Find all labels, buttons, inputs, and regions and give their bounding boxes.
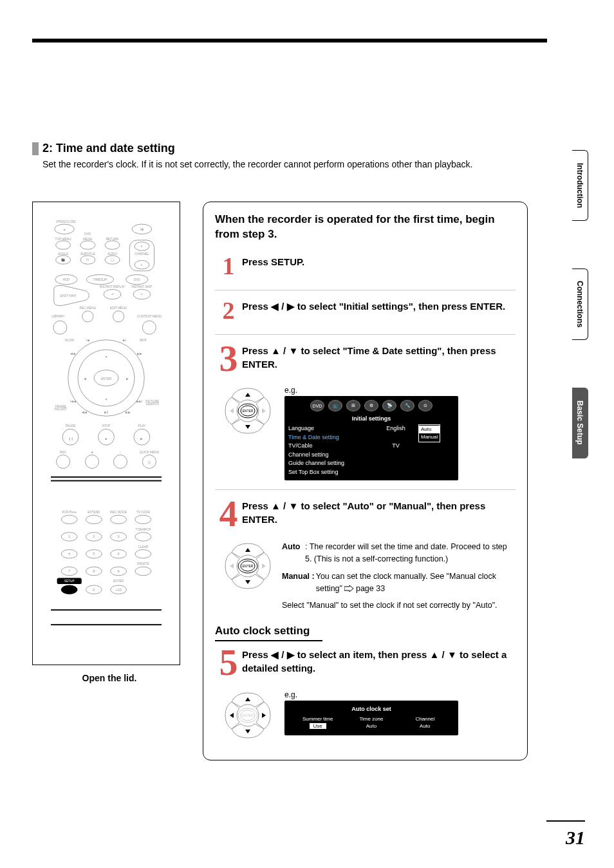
svg-text:REC MODE: REC MODE: [110, 511, 127, 514]
intro-text: When the recorder is operated for the fi…: [215, 212, 516, 242]
svg-text:🎬: 🎬: [61, 258, 65, 262]
svg-text:PLAY: PLAY: [138, 424, 147, 428]
osd-icon: ⊙: [418, 400, 433, 411]
svg-text:ENTER: ENTER: [243, 564, 254, 568]
svg-text:7: 7: [68, 569, 70, 573]
svg-point-114: [135, 550, 151, 558]
osd2-col-channel: Channel Auto: [398, 716, 452, 729]
svg-text:9: 9: [118, 569, 120, 573]
svg-point-47: [142, 321, 156, 334]
svg-text:OPEN/CLOSE: OPEN/CLOSE: [56, 220, 76, 223]
osd2-col-zone: Time zone Auto: [344, 716, 398, 729]
page-ref-arrow-icon: [344, 585, 353, 592]
svg-point-43: [113, 311, 124, 322]
svg-text:8: 8: [93, 569, 95, 573]
svg-text:▼: ▼: [105, 398, 108, 401]
svg-text:/ADJUST: /ADJUST: [54, 408, 67, 411]
svg-text:ENTER: ENTER: [101, 377, 112, 381]
section-title-row: 2: Time and date setting: [32, 142, 547, 155]
svg-text:INSTANT SKIP: INSTANT SKIP: [131, 285, 152, 288]
svg-text:HDD: HDD: [63, 278, 70, 281]
step-5-number: 5: [215, 646, 242, 678]
osd-row-label: Time & Date setting: [288, 433, 373, 442]
svg-marker-134: [245, 393, 250, 397]
remote-caption: Open the lid.: [32, 673, 187, 683]
step-2-text: Press ◀ / ▶ to select "Initial settings"…: [242, 299, 516, 313]
svg-text:6: 6: [118, 552, 120, 556]
svg-text:REC: REC: [60, 451, 67, 454]
side-tabs: Introduction Connections Basic Setup: [572, 150, 588, 458]
tab-connections[interactable]: Connections: [572, 269, 588, 340]
svg-text:◀: ◀: [84, 377, 86, 381]
svg-text:ANGLE: ANGLE: [58, 252, 68, 256]
remote-column: .lbl{font:5px Arial;fill:#999;} .lblc{fo…: [32, 202, 187, 760]
svg-text:4: 4: [68, 552, 71, 556]
svg-text:DVD: DVD: [134, 278, 141, 281]
tab-basic-setup[interactable]: Basic Setup: [572, 388, 588, 458]
svg-point-95: [61, 515, 77, 524]
svg-text:ENTER: ENTER: [243, 409, 254, 413]
osd-row-label: Channel setting: [288, 451, 418, 460]
svg-point-84: [57, 455, 70, 468]
osd-icon: ⊞: [346, 400, 360, 411]
osd-row-value: English: [373, 424, 418, 433]
svg-text:5: 5: [93, 552, 95, 556]
osd-row-label: TV/Cable: [288, 442, 373, 451]
svg-text:↷: ↷: [140, 293, 144, 296]
svg-text:CONTENT MENU: CONTENT MENU: [137, 315, 162, 318]
svg-point-42: [82, 311, 93, 322]
svg-text:MENU: MENU: [83, 238, 93, 241]
svg-point-122: [135, 567, 151, 575]
svg-text:▶▶: ▶▶: [126, 411, 131, 414]
step-5-example: ENTER e.g. Auto clock set Summer time Us…: [223, 690, 516, 741]
svg-marker-137: [262, 408, 266, 413]
osd-icon: 📺: [328, 400, 342, 411]
osd-row-value: [373, 433, 418, 442]
svg-point-106: [135, 533, 151, 541]
step-4-number: 4: [215, 498, 242, 529]
svg-text:▶▶: ▶▶: [137, 352, 142, 355]
svg-text:TIMESLIP: TIMESLIP: [93, 278, 107, 281]
tab-introduction[interactable]: Introduction: [572, 150, 588, 221]
section-description: Set the recorder's clock. If it is not s…: [42, 159, 547, 169]
osd-option-manual: Manual: [419, 433, 440, 441]
osd-auto-clock: Auto clock set Summer time Use Time zone…: [284, 701, 458, 735]
svg-text:▶▶I: ▶▶I: [136, 400, 142, 403]
osd-row-label: Guide channel setting: [288, 459, 418, 468]
svg-text:EASY
NAVI: EASY NAVI: [60, 294, 76, 297]
svg-rect-90: [51, 480, 162, 482]
svg-marker-136: [230, 408, 234, 413]
svg-text:T.SEARCH: T.SEARCH: [136, 528, 151, 531]
svg-text:CLEAR: CLEAR: [138, 545, 148, 549]
svg-text:▶II: ▶II: [104, 411, 109, 414]
svg-text:◀◀: ◀◀: [82, 411, 87, 414]
svg-marker-142: [245, 580, 250, 584]
svg-text:PAUSE: PAUSE: [66, 424, 76, 428]
step-3-example: ENTER e.g. DVD 📺 ⊞ ⚙ 📡 🔧 ⊙: [223, 386, 516, 480]
svg-text:⊡: ⊡: [86, 258, 89, 261]
svg-marker-148: [245, 697, 250, 701]
svg-text:INSTANT REPLAY: INSTANT REPLAY: [100, 285, 126, 288]
enter-pad-icon: ENTER: [223, 386, 273, 436]
svg-rect-132: [51, 609, 162, 610]
svg-marker-135: [245, 425, 250, 429]
page-number-line: [546, 820, 585, 822]
svg-text:SUBTITLE: SUBTITLE: [80, 252, 95, 256]
svg-text:CHANNEL: CHANNEL: [135, 252, 149, 256]
step-4: 4 Press ▲ / ▼ to select "Auto" or "Manua…: [215, 499, 516, 529]
svg-text:DVD: DVD: [84, 232, 91, 236]
svg-point-97: [111, 515, 127, 524]
enter-pad-icon: ENTER: [223, 541, 273, 591]
svg-point-127: [61, 585, 77, 594]
svg-point-46: [53, 321, 67, 334]
step-1: 1 Press SETUP.: [215, 255, 516, 278]
auto-note: Select "Manual" to set the clock if not …: [282, 599, 516, 612]
step-5: 5 Press ◀ / ▶ to select an item, then pr…: [215, 648, 516, 678]
step-3: 3 Press ▲ / ▼ to select "Time & Date set…: [215, 344, 516, 374]
svg-text:SKIP: SKIP: [140, 339, 147, 342]
step-4-text: Press ▲ / ▼ to select "Auto" or "Manual"…: [242, 499, 516, 526]
auto-explain: Auto : The recorder will set the time an…: [282, 541, 516, 565]
svg-text:REC MENU: REC MENU: [80, 307, 97, 310]
svg-text:▶: ▶: [126, 377, 129, 381]
svg-text:LIBRARY: LIBRARY: [51, 315, 65, 318]
